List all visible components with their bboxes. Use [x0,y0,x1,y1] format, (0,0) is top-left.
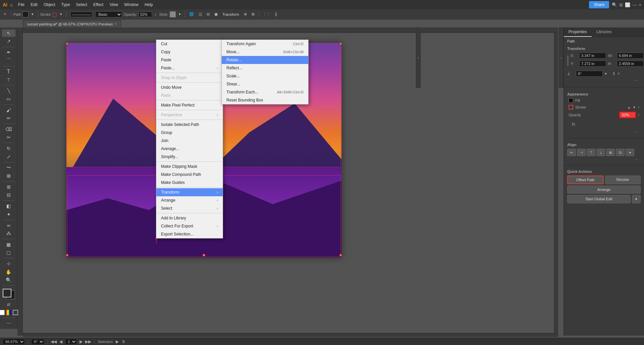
prev-page-btn[interactable]: ◀◀ [51,339,57,344]
ctx-collect-export[interactable]: Collect For Export › [156,222,223,230]
angle-chevron[interactable]: ▾ [605,71,607,76]
menu-help[interactable]: Help [142,1,156,8]
start-global-edit-btn[interactable]: Start Global Edit [567,195,631,203]
more-tools-btn[interactable]: ⋯ [2,320,15,327]
menu-window[interactable]: Window [121,1,141,8]
angle-select[interactable]: 0° [31,339,44,345]
ctx-join[interactable]: Join [156,137,223,145]
warp-tool-btn[interactable]: 〜 [2,164,15,171]
ctx-make-pixel-perfect[interactable]: Make Pixel Perfect [156,101,223,109]
tab-close-button[interactable]: × [115,22,117,26]
next-page-btn[interactable]: ▶▶ [85,339,91,344]
ctx-select[interactable]: Select › [156,204,223,212]
style-swatch[interactable] [170,11,176,17]
recolor-btn[interactable]: Recolor [605,176,641,184]
transform-more[interactable]: ··· [567,79,641,82]
ctx-transform[interactable]: Transform › [156,188,223,196]
ctx-compound-path[interactable]: Make Compound Path [156,170,223,179]
arrange-btn[interactable]: Arrange [567,186,641,194]
align-center-h-btn[interactable]: ⊣ [577,149,586,156]
shear-lock-icon[interactable]: × [618,71,620,76]
sub-ctx-transform-each[interactable]: Transform Each... Alt+Shift+Ctrl+D [222,88,308,96]
align-left-btn[interactable]: ⊢ [567,149,576,156]
slice-btn[interactable]: ⊹ [2,260,15,267]
fill-color-dropdown[interactable]: ▾ [30,11,35,17]
ctx-paste-special[interactable]: Paste... › [156,64,223,72]
blend-btn[interactable]: ∞ [2,222,15,229]
more-tools[interactable]: ⊞ [250,11,256,17]
menu-view[interactable]: View [107,1,121,8]
align-dropdown-btn[interactable]: ▾ [626,149,634,156]
bar-chart-btn[interactable]: ▦ [2,241,15,248]
zoom-select[interactable]: 66.67% [3,339,25,345]
prev-btn[interactable]: ◀ [59,339,62,344]
ctx-simplify[interactable]: Simplify... [156,153,223,161]
swap-colors-btn[interactable]: ⇄ [2,301,15,308]
collapse-left-panel[interactable]: ‹ [416,27,421,88]
scale-tool-btn[interactable]: ⤢ [2,153,15,160]
globe-icon[interactable]: 🌐 [187,11,196,17]
stroke-up-arrow[interactable]: ▲ [627,106,631,109]
ctx-export-selection[interactable]: Export Selection... [156,230,223,238]
menu-file[interactable]: File [15,1,27,8]
sub-ctx-transform-again[interactable]: Transform Again Ctrl+D [222,40,308,48]
maximize-icon[interactable]: ⬜ [625,2,630,7]
minimize-icon[interactable]: — [632,2,637,7]
w-value[interactable]: 6.694 in [617,53,644,59]
sub-ctx-reflect[interactable]: Reflect... [222,64,308,72]
home-icon[interactable]: ⌂ [10,2,13,7]
sub-ctx-move[interactable]: Move... Shift+Ctrl+M [222,48,308,56]
mesh-btn[interactable]: ⊟ [2,191,15,199]
align-center-icon[interactable]: ⊟ [205,11,211,17]
stop-btn[interactable]: ⏸ [121,339,125,344]
ctx-cut[interactable]: Cut [156,40,223,48]
hand-btn[interactable]: ✋ [2,268,15,276]
ctx-isolate-path[interactable]: Isolate Selected Path [156,121,223,129]
sub-ctx-scale[interactable]: Scale... [222,72,308,80]
align-left-icon[interactable]: ◫ [197,11,204,17]
foreground-color-swatch[interactable] [3,289,11,297]
transform-link[interactable]: Transform [221,12,241,17]
eraser-tool-btn[interactable]: ⌫ [2,126,15,133]
menu-type[interactable]: Type [59,1,73,8]
h-value[interactable]: 2.4559 in [617,61,644,67]
close-icon[interactable]: × [639,2,641,7]
sub-ctx-reset-bounding[interactable]: Reset Bounding Box [222,96,308,104]
ctx-group[interactable]: Group [156,129,223,137]
curvature-tool-btn[interactable]: ⌒ [2,57,15,64]
grid-icon[interactable]: ⋮⋮ [261,11,272,17]
eyedropper-btn[interactable]: ✦ [2,210,15,218]
share-button[interactable]: Share [589,1,609,8]
ctx-paste[interactable]: Paste [156,56,223,64]
align-bottom-btn[interactable]: ⊡ [616,149,625,156]
stroke-color-preview[interactable] [569,105,573,110]
opacity-value-box[interactable]: 52% [619,112,636,118]
sub-ctx-rotate[interactable]: Rotate... [222,56,308,64]
menu-object[interactable]: Object [41,1,58,8]
stroke-weight-value[interactable]: ————— [70,12,92,17]
fill-color-preview[interactable] [569,98,573,103]
fill-swatch[interactable] [22,11,29,17]
stroke-icon[interactable]: ◻ [52,11,57,18]
align-center-v-btn[interactable]: ⊞ [606,149,615,156]
play-btn[interactable]: ▶ [116,339,119,344]
align-right-icon[interactable]: ▣ [213,11,219,17]
global-edit-dropdown-btn[interactable]: ▾ [632,195,641,203]
none-stroke-btn[interactable] [13,310,18,315]
selection-tool[interactable]: ↖ [2,11,8,17]
menu-edit[interactable]: Edit [28,1,40,8]
transform-tools[interactable]: ⊕ [242,11,249,17]
gradient-tool-btn[interactable]: ◧ [2,202,15,210]
y-value[interactable]: 7.272 in [579,61,606,67]
stroke-profile-select[interactable]: Basic [95,11,122,17]
perspective-grid-btn[interactable]: ⊞ [2,183,15,191]
ctx-add-library[interactable]: Add to Library [156,214,223,222]
x-value[interactable]: 3.347 in [579,53,606,59]
none-fill-btn[interactable] [0,310,5,315]
page-select[interactable]: 1 [65,339,77,345]
ctx-arrange[interactable]: Arrange › [156,196,223,204]
document-tab[interactable]: sunset painting.ai* @ 66.67% (CMYK/CPU P… [23,20,121,27]
next-btn[interactable]: ▶ [79,339,83,344]
menu-select[interactable]: Select [73,1,90,8]
opacity-value[interactable]: 52% [139,12,152,17]
